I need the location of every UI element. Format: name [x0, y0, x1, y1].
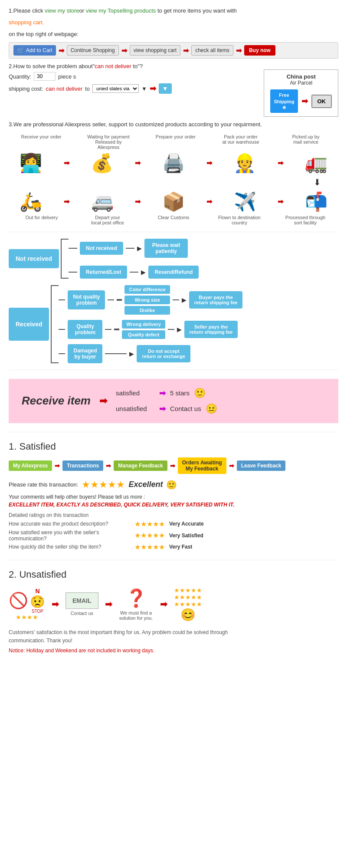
- arrow1: ➡: [59, 46, 64, 55]
- shipping-flow: Free Shipping ⊕ ➡ OK: [270, 89, 332, 113]
- recv-bracket: Not qualityproblem Color difference Wron…: [49, 285, 242, 363]
- shipping-to-text: to: [85, 85, 90, 92]
- view-store-link[interactable]: view my store: [45, 7, 79, 14]
- happy-emoji: 🙂: [194, 388, 206, 399]
- dmg-arrow: ▶: [129, 350, 134, 357]
- view-topselling-link[interactable]: view my Topselling products: [86, 7, 156, 14]
- footer-text: Customers' satisfaction is the most impo…: [9, 628, 338, 645]
- qty-row: Quantity: piece s: [9, 72, 255, 81]
- no-sign-container: 🚫: [9, 592, 28, 610]
- qp-arrow: ▶: [177, 326, 182, 333]
- rating2-label: How satisfied were you with the seller's…: [9, 529, 130, 542]
- leave-feedback-btn[interactable]: Leave Feedback: [237, 460, 286, 471]
- unsat-flow: 🚫 N 😟 STOP ★★★★ ➡ EMAIL Contact us ➡: [9, 587, 338, 622]
- process-top-labels: Receive your order Waiting for paymentRe…: [9, 134, 338, 150]
- nr-bracket: Not received ▶ Please waitpatiently Retu…: [59, 239, 199, 279]
- manage-feedback-btn[interactable]: Manage Feedback: [114, 460, 167, 471]
- label-customs: Clear Customs: [152, 215, 195, 225]
- received-box: Received: [9, 308, 49, 341]
- top-right-text: on the top right of webpage:: [9, 30, 338, 39]
- recv-nqp: Not qualityproblem Color difference Wron…: [59, 285, 242, 315]
- br2-arrow: ▶: [141, 269, 146, 276]
- label-flown: Flown to destinationcountry: [218, 215, 261, 225]
- nqp-bracket: [117, 299, 122, 301]
- buy-now-button[interactable]: Buy now: [244, 45, 275, 56]
- resend-refund-box: Resend/Refund: [148, 266, 199, 279]
- example-comment: EXCELLENT ITEM, EXACTLY AS DESCRIBED, QU…: [9, 502, 338, 508]
- rating1-label: How accurate was the product description…: [9, 521, 130, 527]
- feedback-flow: My Aliexpress ➡ Transactions ➡ Manage Fe…: [9, 457, 338, 474]
- qty-input[interactable]: [34, 72, 56, 81]
- transactions-btn[interactable]: Transactions: [62, 460, 103, 471]
- section2-left: Quantity: piece s shipping cost: can not…: [9, 69, 255, 94]
- process-top-icons: 👩‍💻 ➡ 💰 ➡ 🖨️ ➡ 👷 ➡ 🚛: [9, 152, 338, 174]
- unsat-icons1: 🚫 N 😟 STOP: [9, 588, 45, 614]
- no-return-box: Do not acceptreturn or exchange: [137, 345, 190, 362]
- excellent-emoji: 🙂: [166, 480, 177, 490]
- ratings-title: Detailed ratings on this transaction: [9, 512, 338, 518]
- unsat-right-icons: N 😟 STOP: [30, 588, 45, 614]
- no-sign-icon: 🚫: [9, 592, 28, 609]
- arrow-b1: ➡: [278, 197, 283, 206]
- rating1-stars: ★★★★★: [134, 520, 165, 528]
- pink-row1-arrow: ➡: [159, 388, 166, 398]
- orders-awaiting-btn[interactable]: Orders AwaitingMy Feedback: [178, 457, 226, 474]
- icon-customs: 📦: [162, 191, 185, 212]
- rating3-result: Very Fast: [169, 544, 192, 550]
- qp-defect: Quality defect: [122, 330, 165, 339]
- unsat-step1: 🚫 N 😟 STOP ★★★★: [9, 588, 45, 621]
- unsat-step2: EMAIL Contact us: [65, 592, 98, 616]
- dropdown-icon: ▼: [141, 85, 147, 92]
- result-stars3: ★★★★★: [174, 601, 202, 608]
- icon-person-computer: 👩‍💻: [20, 152, 42, 174]
- neutral-emoji: 😐: [206, 403, 217, 414]
- ratings-table: Detailed ratings on this transaction How…: [9, 512, 338, 551]
- qty-unit: piece s: [58, 73, 76, 80]
- shopping-cart-text: shopping cart.: [9, 18, 338, 27]
- recv-row: Received Not qualityproblem Color differ…: [9, 285, 338, 363]
- section3: 3.We are professional Aliexpress seller,…: [9, 121, 338, 128]
- view-shopping-cart-button[interactable]: view shopping cart: [130, 45, 180, 56]
- rating-stars: ★★★★★: [82, 479, 125, 490]
- label-prepare: Prepare your order: [154, 134, 197, 150]
- process-bottom-icons: 📬 ➡ ✈️ ➡ 📦 ➡ 🚐 ➡ 🛵: [9, 191, 338, 212]
- my-aliexpress-btn[interactable]: My Aliexpress: [9, 460, 52, 471]
- qty-label: Quantity:: [9, 73, 31, 80]
- contact-us-label: Contact us: [170, 405, 201, 412]
- arrow-t3: ➡: [206, 159, 212, 167]
- check-all-items-button[interactable]: check all items: [191, 45, 233, 56]
- qp-wrong-delivery: Wrong delivery: [122, 320, 165, 329]
- nr-branches: Not received ▶ Please waitpatiently Retu…: [69, 239, 199, 279]
- shipping-select[interactable]: unied states via: [92, 84, 139, 93]
- icon-worker: 👷: [233, 152, 256, 174]
- br1-line2: [126, 248, 134, 249]
- arrow-t2: ➡: [135, 159, 141, 167]
- shipping-row: shipping cost: can not deliver to unied …: [9, 83, 255, 94]
- unsat-arrow2: ➡: [105, 599, 112, 609]
- rating2-stars: ★★★★★: [134, 531, 165, 539]
- label-waiting: Waiting for paymentReleased by Aliexpres…: [85, 134, 132, 150]
- pink-rows: satisfied ➡ 5 stars 🙂 unsatisfied ➡ Cont…: [116, 388, 217, 414]
- not-received-flowchart: Not received Not received ▶ Please waitp…: [9, 239, 338, 363]
- happy-smiley-icon: 😊: [180, 608, 196, 621]
- pink-section: Receive item ➡ satisfied ➡ 5 stars 🙂 uns…: [9, 379, 338, 423]
- ok-button[interactable]: OK: [311, 95, 332, 108]
- qp-items: Wrong delivery Quality defect: [122, 320, 165, 339]
- section1-text: 1.Please click view my storeor view my T…: [9, 7, 338, 16]
- nqp-box: Not qualityproblem: [68, 290, 105, 309]
- seller-pays-box: Seller pays thereturn shipping fee: [184, 321, 238, 338]
- not-received-box: Not received: [9, 249, 59, 268]
- nqp-color: Color difference: [124, 285, 170, 294]
- contact-us-text: Contact us: [65, 611, 98, 616]
- add-to-cart-button[interactable]: 🛒 Add to Cart: [13, 45, 56, 56]
- nqp-dislike: Dislike: [124, 306, 170, 315]
- unsatisfied-label: unsatisfied: [116, 405, 155, 412]
- icon-van: 🚐: [91, 191, 114, 212]
- unsatisfied-section: 2. Unsatisfied 🚫 N 😟 STOP ★★★★ ➡: [9, 569, 338, 654]
- continue-shopping-button[interactable]: Continue Shopping: [67, 45, 119, 56]
- down-arrow-btn[interactable]: ▼: [159, 83, 172, 94]
- br2-line2: [130, 272, 138, 273]
- arrow-t1: ➡: [64, 159, 69, 167]
- unsat-arrow3: ➡: [160, 599, 167, 609]
- recv-bracket-line: [51, 285, 59, 363]
